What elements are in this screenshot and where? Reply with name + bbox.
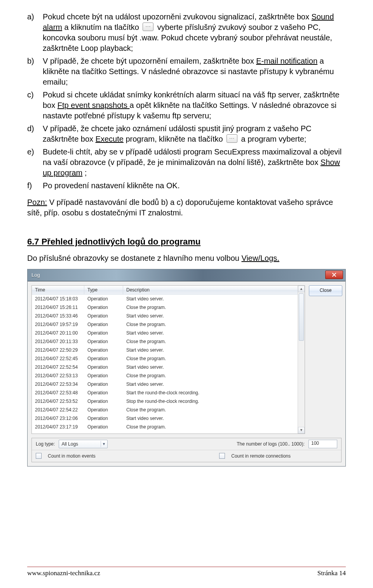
body-text: Pokud chcete být na událost upozorněni z… (43, 12, 312, 21)
body-text: Budete-li chtít, aby se v případě událos… (43, 147, 342, 167)
cell-time: 2012/04/07 23:12:06 (32, 415, 84, 423)
body-text: a program vyberte; (241, 135, 307, 143)
cell-time: 2012/04/07 22:53:34 (32, 381, 84, 389)
list-marker: f) (27, 180, 43, 191)
scroll-down-icon[interactable]: ▼ (298, 427, 305, 434)
count-motion-checkbox[interactable] (36, 453, 42, 459)
cell-type: Operation (84, 398, 123, 406)
table-row[interactable]: 2012/04/07 22:53:34OperationStart video … (32, 380, 298, 389)
list-item: Pokud si chcete ukládat snímky konkrétní… (43, 90, 346, 121)
grid-body[interactable]: 2012/04/07 15:18:03OperationStart video … (32, 295, 298, 434)
log-grid: Time Type Description 2012/04/07 15:18:0… (31, 285, 305, 434)
cell-description: Start video server. (123, 313, 298, 320)
table-row[interactable]: 2012/04/07 22:52:54OperationStart video … (32, 363, 298, 371)
count-motion-label: Count in motion events (48, 453, 96, 459)
body-text: a kliknutím na tlačítko (64, 23, 141, 31)
page-footer: www.spionazni-technika.cz Stránka 14 (27, 567, 346, 577)
table-row[interactable]: 2012/04/07 22:52:45OperationClose the pr… (32, 354, 298, 363)
num-logs-label: The number of logs (100.. 1000): (237, 441, 305, 447)
window-title: Log (31, 272, 40, 279)
col-time[interactable]: Time (32, 286, 84, 294)
table-row[interactable]: 2012/04/07 15:18:03OperationStart video … (32, 295, 298, 303)
cell-type: Operation (84, 296, 123, 303)
count-remote-label: Count in remote connections (231, 453, 291, 459)
cell-time: 2012/04/07 20:11:00 (32, 330, 84, 337)
table-row[interactable]: 2012/04/07 20:11:00OperationStart video … (32, 329, 298, 337)
cell-description: Start video server. (123, 364, 298, 371)
cell-description: Close the program. (123, 424, 298, 431)
cell-description: Close the program. (123, 373, 298, 380)
list-item: V případě, že chcete být upozornění emai… (43, 56, 346, 87)
scroll-up-icon[interactable]: ▲ (298, 286, 305, 292)
log-type-value: All Logs (61, 441, 78, 447)
list-marker: e) (27, 147, 43, 178)
cell-description: Start video server. (123, 330, 298, 337)
table-row[interactable]: 2012/04/07 22:54:22OperationClose the pr… (32, 406, 298, 414)
footer-url: www.spionazni-technika.cz (27, 569, 100, 577)
note-text: V případě nastavování dle bodů b) a c) d… (27, 198, 333, 217)
close-icon[interactable] (325, 271, 343, 279)
cell-description: Start video server. (123, 415, 298, 423)
cell-type: Operation (84, 321, 123, 329)
log-window: Log Time Type Description (27, 269, 346, 467)
cell-time: 2012/04/07 15:18:03 (32, 296, 84, 303)
list-marker: b) (27, 56, 43, 87)
cell-description: Start video server. (123, 296, 298, 303)
cell-type: Operation (84, 304, 123, 312)
cell-time: 2012/04/07 22:54:22 (32, 407, 84, 414)
cell-time: 2012/04/07 22:52:45 (32, 356, 84, 363)
browse-icon: ··· (227, 134, 237, 143)
num-logs-input[interactable]: 100 (309, 440, 337, 448)
scrollbar[interactable]: ▲ ▼ (298, 286, 305, 434)
cell-description: Start the round-the-clock recording. (123, 390, 298, 397)
cell-time: 2012/04/07 20:11:33 (32, 338, 84, 346)
section-heading: 6.7 Přehled jednotlivých logů do program… (27, 236, 346, 248)
table-row[interactable]: 2012/04/07 23:17:19OperationClose the pr… (32, 423, 298, 431)
count-remote-checkbox[interactable] (219, 453, 225, 459)
cell-time: 2012/04/07 22:52:54 (32, 364, 84, 371)
table-row[interactable]: 2012/04/07 19:57:19OperationClose the pr… (32, 320, 298, 329)
table-row[interactable]: 2012/04/07 23:12:06OperationStart video … (32, 414, 298, 423)
table-row[interactable]: 2012/04/07 15:33:46OperationStart video … (32, 312, 298, 320)
cell-type: Operation (84, 415, 123, 423)
cell-type: Operation (84, 390, 123, 397)
cell-type: Operation (84, 373, 123, 380)
list-marker: a) (27, 12, 43, 54)
cell-type: Operation (84, 347, 123, 354)
cell-time: 2012/04/07 23:17:19 (32, 424, 84, 431)
cell-description: Close the program. (123, 407, 298, 414)
titlebar[interactable]: Log (28, 269, 345, 281)
table-row[interactable]: 2012/04/07 22:53:13OperationClose the pr… (32, 371, 298, 380)
table-row[interactable]: 2012/04/07 22:53:48OperationStart the ro… (32, 389, 298, 397)
list-marker: c) (27, 90, 43, 121)
cell-description: Start video server. (123, 381, 298, 389)
list-item: Budete-li chtít, aby se v případě událos… (43, 147, 346, 178)
cell-time: 2012/04/07 15:33:46 (32, 313, 84, 320)
body-text: Do příslušné obrazovky se dostanete z hl… (27, 254, 241, 262)
browse-icon: ··· (143, 23, 153, 31)
list-item: V případě, že chcete jako oznámení událo… (43, 123, 346, 144)
log-type-select[interactable]: All Logs ▼ (59, 440, 108, 448)
cell-type: Operation (84, 424, 123, 431)
cell-description: Start video server. (123, 347, 298, 354)
table-row[interactable]: 2012/04/07 15:26:11OperationClose the pr… (32, 303, 298, 312)
col-description[interactable]: Description (123, 286, 298, 294)
body-text: ; (85, 168, 87, 177)
table-row[interactable]: 2012/04/07 22:53:52OperationStop the rou… (32, 397, 298, 406)
col-type[interactable]: Type (84, 286, 123, 294)
cell-description: Close the program. (123, 321, 298, 329)
cell-time: 2012/04/07 22:53:13 (32, 373, 84, 380)
cell-time: 2012/04/07 22:50:29 (32, 347, 84, 354)
table-row[interactable]: 2012/04/07 22:50:29OperationStart video … (32, 346, 298, 354)
cell-type: Operation (84, 381, 123, 389)
list-marker: d) (27, 123, 43, 144)
table-row[interactable]: 2012/04/07 20:11:33OperationClose the pr… (32, 337, 298, 346)
note-paragraph: Pozn: V případě nastavování dle bodů b) … (27, 197, 346, 218)
body-text: Po provedení nastavení klikněte na OK. (43, 181, 180, 190)
document-body: a) Pokud chcete být na událost upozorněn… (27, 12, 346, 467)
cell-time: 2012/04/07 15:26:11 (32, 304, 84, 312)
close-button[interactable]: Close (309, 285, 342, 296)
scroll-thumb[interactable] (299, 293, 304, 341)
cell-type: Operation (84, 338, 123, 346)
cell-type: Operation (84, 330, 123, 337)
